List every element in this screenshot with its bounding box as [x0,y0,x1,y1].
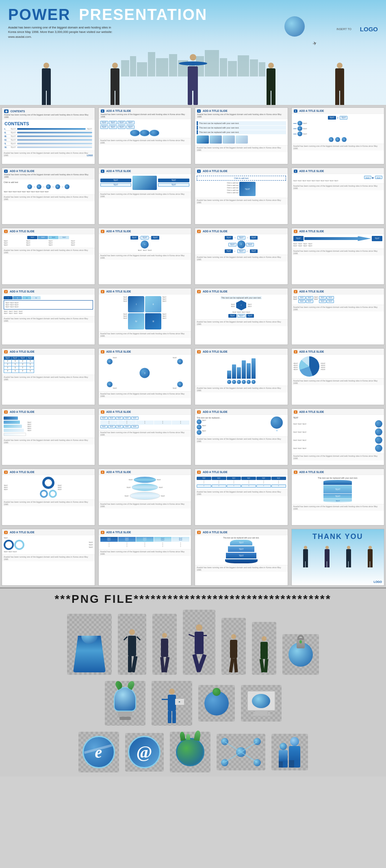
slide-thumb-9: 2 ADD A TITLE SLIDE TEXT ‹ TEXT › TEXT T… [98,228,192,285]
svg-line-3 [241,752,257,762]
slide-thumb-27: 3 ADD A TITLE SLIDE This text can be rep… [291,469,385,526]
slides-grid-row2: 1 ADD A TITLE SLIDE Asadal has been runn… [0,166,386,226]
slide-thumb-4: 1 ADD A TITLE SLIDE Asadal has been runn… [2,168,95,225]
business-person-walk3 [252,622,276,675]
slides-grid-row4: 2 ADD A TITLE SLIDE I II III IV TEXT TEX… [0,286,386,347]
slide-thumb-17: 2 ADD A TITLE SLIDE T T T T T TEXT TEXT … [98,348,192,405]
avatar-people-icon [271,734,308,770]
business-person-jump [183,610,215,675]
slide-footer-contents: Asadal has been running one of the bigge… [2,150,95,157]
thank-you-logo: LOGO [373,580,382,583]
slide-thumb-25: 3 ADD A TITLE SLIDE TEXT TEXT TEXT TEXT … [98,469,192,526]
svg-line-2 [225,752,241,762]
business-person-walk2 [221,618,246,675]
contents-title: CONTENTS [11,110,25,113]
slides-grid-row5: 2 ADD A TITLE SLIDE TEXTTEXTTEXTTEXT TTT… [0,347,386,407]
cover-title-presentation: PRESENTATION [79,6,207,23]
business-person-arms-up [118,614,146,675]
contents-subtitle: Asadal has been running one of the bigge… [4,113,93,118]
slide-thumb-23: 3 ADD A TITLE SLIDE TEXT TEXT TEXT TEXT … [291,408,385,465]
business-boy-laptop: 💻 [152,681,192,726]
png-section-title: ***PNG FILE*****************************… [4,593,382,606]
slide-thumb-11: 2 ADD A TITLE SLIDE TEXT TEXT TEXTTEXT T… [291,228,385,285]
slide-thumb-29: 3 ADD A TITLE SLIDE TEXTTEXT TEXTTEXT TE… [98,529,192,586]
slide-thumb-24: 3 ADD A TITLE SLIDE TEXT TEXT TEXT TEXT … [2,469,95,526]
monitor-globe-icon [241,685,282,722]
slide-thumb-2: 1 ADD A TITLE SLIDE Asadal has been runn… [195,107,288,164]
slide-thumb-14: 2 ADD A TITLE SLIDE This text can be rep… [195,288,288,345]
slide-thumb-20: 3 ADD A TITLE SLIDE TEXT TEXT TEXT TEXT … [2,408,95,465]
thank-you-title: THANK YOU [295,532,381,541]
earth-plants-icon [170,732,210,772]
slide-thumb-7: 1 ADD A TITLE SLIDE TEXT ▶ TEXT TEXT TEX… [291,168,385,225]
slide-thumb-thank-you: THANK YOU LOGO [291,529,385,586]
slides-grid-row1: ⬢ CONTENTS Asadal has been running one o… [0,106,386,166]
slide-thumb-15: 2 ADD A TITLE SLIDE TEXTTEXT TEXT TEXT T… [291,288,385,345]
lightbulb-earth-icon [105,681,145,726]
slide-thumb-6: 1 ADD A TITLE SLIDE Click to add text Cl… [195,168,288,225]
slides-grid-row7: 3 ADD A TITLE SLIDE TEXT TEXT TEXT TEXT … [0,467,386,527]
slide-thumb-3: 1 ADD A TITLE SLIDE TEXT › TEXT T TEXT T… [291,107,385,164]
blue-hat-icon [198,685,235,722]
slide-thumb-5: 1 ADD A TITLE SLIDE TEXT TEXT TEXT TEXT … [98,168,192,225]
slide-thumb-22: 3 ADD A TITLE SLIDE This text can be rep… [195,408,288,465]
slide-thumb-13: 2 ADD A TITLE SLIDE TEXTTEXTTEXT I II TE… [98,288,192,345]
slide-thumb-1: 1 ADD A TITLE SLIDE Asadal has been runn… [98,107,192,164]
svg-line-1 [241,742,257,752]
molecule-icon [217,734,265,770]
slide-thumb-28: 3 ADD A TITLE SLIDE TEXT TEXT TEXT TEXT … [2,529,95,586]
slide-thumb-contents: ⬢ CONTENTS Asadal has been running one o… [2,107,95,164]
at-email-icon: @ [125,733,164,772]
lock-globe-icon [282,634,319,675]
slide-thumb-12: 2 ADD A TITLE SLIDE I II III IV TEXT TEX… [2,288,95,345]
slide-thumb-8: 1 ADD A TITLE SLIDE TEXT TEXT TEXT TEXT … [2,228,95,285]
slide-thumb-30: 3 ADD A TITLE SLIDE This text can be rep… [195,529,288,586]
globe-tower-icon [67,614,112,675]
slide-thumb-19: 3 ADD A TITLE SLIDE •TEXT •TEXT •TEXT •T… [291,348,385,405]
slide-thumb-21: 3 ADD A TITLE SLIDE TEXT TEXT TEXT TEXT … [98,408,192,465]
slide-thumb-26: 3 ADD A TITLE SLIDE TEXT TEXT TEXT TEXT … [195,469,288,526]
business-person-walk1 [152,614,177,675]
slide-thumb-16: 2 ADD A TITLE SLIDE TEXTTEXTTEXTTEXT TTT… [2,348,95,405]
png-section: ***PNG FILE*****************************… [0,587,386,776]
slide-thumb-18: 3 ADD A TITLE SLIDE T T T T T T Asadal h… [195,348,288,405]
slides-grid-row8: 3 ADD A TITLE SLIDE TEXT TEXT TEXT TEXT … [0,527,386,587]
svg-line-0 [225,742,241,752]
slides-grid-row6: 3 ADD A TITLE SLIDE TEXT TEXT TEXT TEXT … [0,407,386,467]
slide-thumb-10: 2 ADD A TITLE SLIDE TEXT → TEXT → TEXT T… [195,228,288,285]
slides-grid-row3: 1 ADD A TITLE SLIDE TEXT TEXT TEXT TEXT … [0,226,386,286]
cover-title-power: POWER [8,6,71,23]
internet-explorer-icon: e [78,732,119,772]
cover-slide: POWER PRESENTATION Asadal has been runni… [0,0,386,106]
